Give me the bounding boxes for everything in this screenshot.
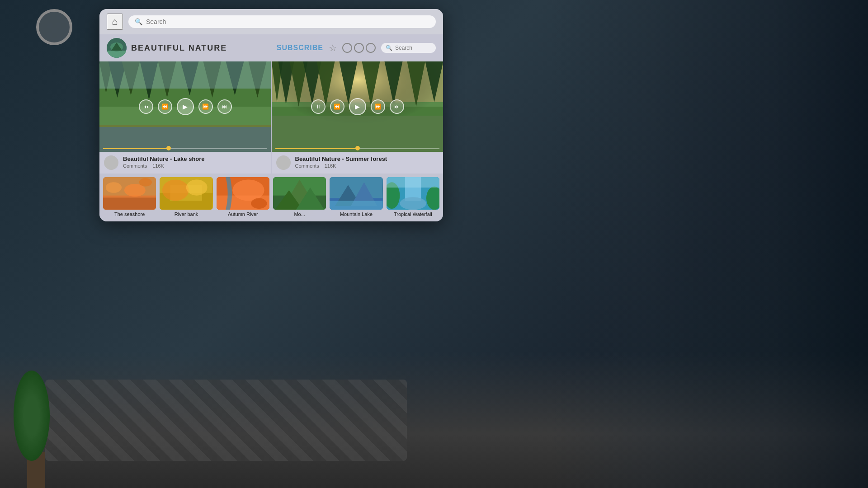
views-left: 116K — [152, 163, 164, 169]
search-bar-container: 🔍 — [128, 15, 436, 28]
thumb-label-autumn-river: Autumn River — [217, 211, 269, 217]
svg-point-61 — [400, 197, 426, 210]
progress-track-left — [103, 148, 267, 149]
player-controls-right: ⏸ ⏪ ▶ ⏩ ⏭ — [311, 98, 404, 115]
subscribe-button[interactable]: SUBSCRIBE — [277, 44, 323, 52]
wall-clock — [36, 9, 72, 45]
thumb-label-tropical-waterfall: Tropical Waterfall — [387, 211, 439, 217]
fast-forward-btn-left[interactable]: ⏩ — [198, 99, 213, 114]
forward-btn-right[interactable]: ⏩ — [371, 99, 385, 114]
progress-track-right — [275, 148, 439, 149]
video-title-left: Beautiful Nature - Lake shore — [123, 155, 267, 162]
video-stats-right: Comments 116K — [295, 163, 439, 169]
channel-info: BEAUTIFUL NATURE — [107, 38, 271, 58]
progress-thumb-right[interactable] — [355, 146, 360, 150]
rewind-btn-right[interactable]: ⏪ — [330, 99, 344, 114]
svg-rect-17 — [99, 61, 271, 89]
channel-name: BEAUTIFUL NATURE — [131, 43, 271, 53]
thumb-mountain-lake[interactable]: Mountain Lake — [330, 177, 382, 217]
search-icon: 🔍 — [135, 18, 142, 25]
thumb-img-riverbank — [160, 177, 212, 210]
svg-point-47 — [251, 198, 267, 209]
home-button[interactable]: ⌂ — [107, 14, 123, 30]
thumbnails-row: The seashore River bank — [99, 174, 443, 221]
play-btn-right[interactable]: ▶ — [349, 98, 366, 115]
plant-decoration — [9, 352, 63, 488]
thumb-img-seashore — [103, 177, 156, 210]
ff-btn-right[interactable]: ⏭ — [390, 99, 404, 114]
play-btn-left[interactable]: ▶ — [177, 98, 194, 115]
video-player-left[interactable]: ⏮ ⏪ ▶ ⏩ ⏭ — [99, 61, 271, 152]
video-meta-right: Beautiful Nature - Summer forest Comment… — [295, 155, 439, 169]
thumb-label-riverbank: River bank — [160, 211, 212, 217]
video-avatar-left — [104, 155, 118, 170]
progress-bar-right[interactable] — [272, 148, 443, 152]
thumb-riverbank[interactable]: River bank — [160, 177, 212, 217]
more-btn-3[interactable] — [366, 43, 376, 53]
channel-avatar — [107, 38, 127, 58]
thumb-img-waterfall — [387, 177, 439, 210]
search-input[interactable] — [146, 18, 429, 25]
video-info-right: Beautiful Nature - Summer forest Comment… — [272, 152, 443, 174]
svg-point-43 — [186, 179, 208, 195]
thumb-label-mountain-lake: Mountain Lake — [330, 211, 382, 217]
player-controls-left: ⏮ ⏪ ▶ ⏩ ⏭ — [139, 98, 232, 115]
progress-thumb-left[interactable] — [166, 146, 171, 150]
vr-panel: ⌂ 🔍 BEAUTIFUL NATURE SUBSCRIBE ☆ — [99, 9, 443, 221]
videos-row: ⏮ ⏪ ▶ ⏩ ⏭ — [99, 61, 443, 152]
svg-rect-35 — [103, 197, 156, 210]
thumb-label-seashore: The seashore — [103, 211, 156, 217]
pause-btn-right[interactable]: ⏸ — [311, 99, 326, 114]
thumb-img-lake — [330, 177, 382, 210]
svg-point-46 — [232, 179, 264, 201]
person-area — [552, 0, 868, 488]
comments-label-left: Comments — [123, 163, 147, 169]
svg-point-38 — [139, 178, 152, 187]
thumb-label-mountain: Mo... — [273, 211, 326, 217]
more-btn-2[interactable] — [354, 43, 364, 53]
svg-rect-64 — [387, 177, 439, 188]
comments-label-right: Comments — [295, 163, 319, 169]
secondary-search-input[interactable] — [395, 45, 431, 51]
more-btn-1[interactable] — [342, 43, 352, 53]
home-icon: ⌂ — [112, 16, 118, 28]
secondary-search-container: 🔍 — [381, 43, 436, 53]
thumb-img-mountain — [273, 177, 326, 210]
thumb-img-autumn — [217, 177, 269, 210]
thumb-seashore[interactable]: The seashore — [103, 177, 156, 217]
video-title-right: Beautiful Nature - Summer forest — [295, 155, 439, 162]
video-info-left: Beautiful Nature - Lake shore Comments 1… — [99, 152, 272, 174]
thumb-mountain[interactable]: Mo... — [273, 177, 326, 217]
svg-rect-1 — [107, 51, 127, 58]
progress-bar-left[interactable] — [99, 148, 271, 152]
svg-rect-57 — [330, 201, 382, 210]
svg-point-42 — [162, 179, 189, 201]
floor-carpet — [45, 380, 407, 461]
skip-back-btn-left[interactable]: ⏮ — [139, 99, 153, 114]
views-right: 116K — [325, 163, 336, 169]
thumb-autumn-river[interactable]: Autumn River — [217, 177, 269, 217]
star-button[interactable]: ☆ — [329, 42, 337, 53]
top-bar: ⌂ 🔍 — [99, 9, 443, 34]
channel-header: BEAUTIFUL NATURE SUBSCRIBE ☆ 🔍 — [99, 34, 443, 61]
video-stats-left: Comments 116K — [123, 163, 267, 169]
video-avatar-right — [276, 155, 291, 170]
more-options — [342, 43, 376, 53]
rewind-btn-left[interactable]: ⏪ — [158, 99, 172, 114]
video-meta-left: Beautiful Nature - Lake shore Comments 1… — [123, 155, 267, 169]
skip-forward-btn-left[interactable]: ⏭ — [217, 99, 232, 114]
svg-point-36 — [106, 182, 122, 192]
progress-fill-left — [103, 148, 169, 149]
video-player-right[interactable]: ⏸ ⏪ ▶ ⏩ ⏭ — [272, 61, 443, 152]
video-info-row: Beautiful Nature - Lake shore Comments 1… — [99, 152, 443, 174]
secondary-search-icon: 🔍 — [386, 45, 392, 51]
thumb-tropical-waterfall[interactable]: Tropical Waterfall — [387, 177, 439, 217]
progress-fill-right — [275, 148, 358, 149]
